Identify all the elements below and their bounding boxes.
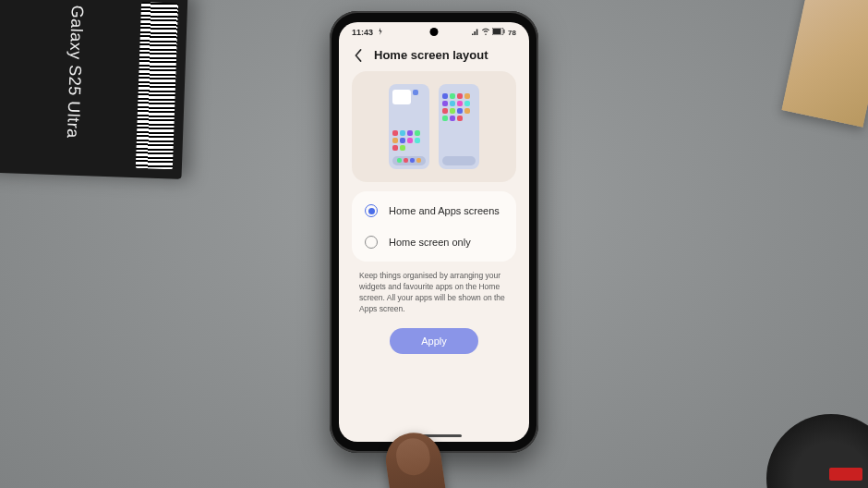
mini-app-icon [450,108,455,114]
mini-app-icon [464,108,470,114]
mini-app-icon [400,145,405,151]
wifi-icon [482,28,489,37]
mini-app-icon [407,138,413,143]
mini-app-icon [464,93,470,99]
option-label: Home and Apps screens [389,205,500,216]
option-home-and-apps[interactable]: Home and Apps screens [352,195,516,226]
preview-home-screen [389,84,429,169]
front-camera [430,28,439,36]
page-title: Home screen layout [374,48,488,62]
options-card: Home and Apps screens Home screen only [352,191,516,262]
status-time: 11:43 [352,28,373,37]
mini-app-icon [450,93,455,99]
product-box: Galaxy S25 Ultra [0,0,187,179]
mini-app-icon [400,130,405,136]
mini-app-icon [404,158,408,163]
mini-app-icon [450,116,455,121]
back-icon[interactable] [352,49,365,62]
phone-frame: 11:43 78 [330,11,538,453]
mini-app-icon [415,130,420,136]
desk-scene: Galaxy S25 Ultra 11:43 [0,0,868,488]
description-text: Keep things organised by arranging your … [339,271,529,315]
mini-app-icon [407,130,413,136]
mini-app-icon [457,101,463,106]
mini-app-icon [392,145,398,151]
mini-app-icon [442,93,448,99]
mini-app-icon [392,130,398,136]
layout-preview [352,71,516,182]
barcode-strip [136,2,178,169]
red-label [829,468,862,481]
radio-checked-icon [365,204,378,217]
battery-percent: 78 [508,29,516,37]
mini-widget [392,90,411,104]
mini-dock [392,156,426,165]
mini-app-icon [457,108,463,114]
page-header: Home screen layout [339,43,529,71]
mini-app-icon [413,90,418,95]
mini-app-icon [442,108,448,114]
gesture-bar[interactable] [339,429,529,442]
radio-unchecked-icon [365,236,378,249]
mini-app-icon [416,158,421,163]
wood-block [781,0,868,128]
mini-app-icon [397,158,402,163]
svg-rect-2 [504,30,505,33]
mini-search-bar [442,156,476,165]
option-label: Home screen only [389,237,471,248]
mini-app-icon [442,101,448,106]
signal-icon [472,28,479,37]
option-home-only[interactable]: Home screen only [352,226,516,258]
apply-row: Apply [339,315,529,361]
mini-app-icon [457,93,463,99]
mini-app-icon [415,138,420,143]
mini-app-icon [464,101,470,106]
apply-button[interactable]: Apply [390,328,478,354]
svg-rect-1 [493,29,501,34]
preview-apps-screen [439,84,479,169]
mini-app-icon [457,116,463,121]
bolt-icon [377,28,384,37]
phone-screen: 11:43 78 [339,22,529,442]
mini-app-icon [442,116,448,121]
product-box-label: Galaxy S25 Ultra [63,5,87,139]
mini-app-icon [392,138,398,143]
mini-app-icon [410,158,415,163]
battery-icon [492,28,505,37]
mini-app-icon [450,101,455,106]
mini-app-icon [400,138,405,143]
